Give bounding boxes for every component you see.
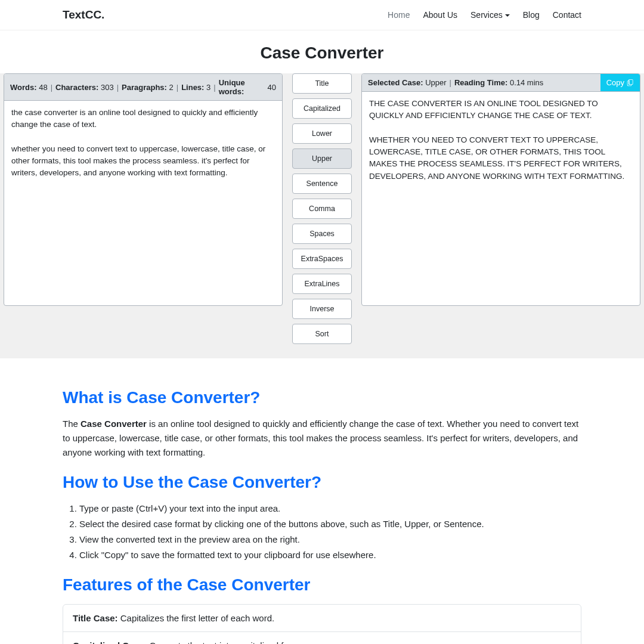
page-title: Case Converter xyxy=(0,44,644,63)
input-textarea[interactable]: the case converter is an online tool des… xyxy=(4,101,282,185)
input-panel: Words: 48 | Characters: 303 | Paragraphs… xyxy=(4,73,283,306)
feature-item: Capitalized Case: Converts the text into… xyxy=(63,632,581,644)
tool-row: Words: 48 | Characters: 303 | Paragraphs… xyxy=(0,73,644,358)
output-panel: Selected Case: Upper | Reading Time: 0.1… xyxy=(361,73,640,306)
nav-contact[interactable]: Contact xyxy=(553,10,581,20)
selected-case-value: Upper xyxy=(425,78,446,87)
unique-label: Unique words: xyxy=(219,78,265,96)
lines-value: 3 xyxy=(206,83,210,92)
how-to-step: View the converted text in the preview a… xyxy=(79,532,581,547)
reading-time-value: 0.14 mins xyxy=(510,78,543,87)
words-label: Words: xyxy=(10,83,37,92)
unique-value: 40 xyxy=(268,83,276,92)
capitalized-case-button[interactable]: Capitalized xyxy=(292,98,352,119)
sort-case-button[interactable]: Sort xyxy=(292,324,352,344)
how-to-heading: How to Use the Case Converter? xyxy=(63,473,581,492)
what-is-heading: What is Case Converter? xyxy=(63,388,581,407)
paras-label: Paragraphs: xyxy=(122,83,167,92)
copy-icon xyxy=(627,79,634,86)
spaces-case-button[interactable]: Spaces xyxy=(292,224,352,244)
how-to-step: Type or paste (Ctrl+V) your text into th… xyxy=(79,501,581,516)
extraspaces-case-button[interactable]: ExtraSpaces xyxy=(292,249,352,269)
selected-case-label: Selected Case: xyxy=(368,78,423,87)
brand-logo[interactable]: TextCC. xyxy=(63,8,104,21)
how-to-step: Click "Copy" to save the formatted text … xyxy=(79,548,581,562)
comma-case-button[interactable]: Comma xyxy=(292,199,352,219)
words-value: 48 xyxy=(39,83,47,92)
lines-label: Lines: xyxy=(181,83,204,92)
input-stats-bar: Words: 48 | Characters: 303 | Paragraphs… xyxy=(4,74,282,101)
feature-item: Title Case: Capitalizes the first letter… xyxy=(63,605,581,632)
title-case-button[interactable]: Title xyxy=(292,73,352,94)
features-list: Title Case: Capitalizes the first letter… xyxy=(63,604,581,644)
nav-links: Home About Us Services Blog Contact xyxy=(388,10,581,20)
lower-case-button[interactable]: Lower xyxy=(292,123,352,144)
navbar: TextCC. Home About Us Services Blog Cont… xyxy=(0,0,644,30)
output-stats-bar: Selected Case: Upper | Reading Time: 0.1… xyxy=(362,74,640,92)
how-to-list: Type or paste (Ctrl+V) your text into th… xyxy=(63,501,581,562)
info-section: What is Case Converter? The Case Convert… xyxy=(0,358,644,644)
copy-button[interactable]: Copy xyxy=(600,74,640,91)
how-to-step: Select the desired case format by clicki… xyxy=(79,517,581,531)
nav-services[interactable]: Services xyxy=(470,10,510,20)
upper-case-button[interactable]: Upper xyxy=(292,148,352,169)
copy-button-label: Copy xyxy=(606,78,624,87)
nav-home[interactable]: Home xyxy=(388,10,410,20)
reading-time-label: Reading Time: xyxy=(454,78,507,87)
chars-label: Characters: xyxy=(55,83,98,92)
extralines-case-button[interactable]: ExtraLines xyxy=(292,274,352,294)
nav-blog[interactable]: Blog xyxy=(523,10,540,20)
chars-value: 303 xyxy=(101,83,114,92)
what-is-paragraph: The Case Converter is an online tool des… xyxy=(63,417,581,460)
inverse-case-button[interactable]: Inverse xyxy=(292,299,352,319)
sentence-case-button[interactable]: Sentence xyxy=(292,174,352,194)
case-button-column: Title Capitalized Lower Upper Sentence C… xyxy=(292,73,352,344)
features-heading: Features of the Case Converter xyxy=(63,575,581,595)
output-text: THE CASE CONVERTER IS AN ONLINE TOOL DES… xyxy=(362,92,640,188)
paras-value: 2 xyxy=(169,83,174,92)
nav-about[interactable]: About Us xyxy=(423,10,457,20)
